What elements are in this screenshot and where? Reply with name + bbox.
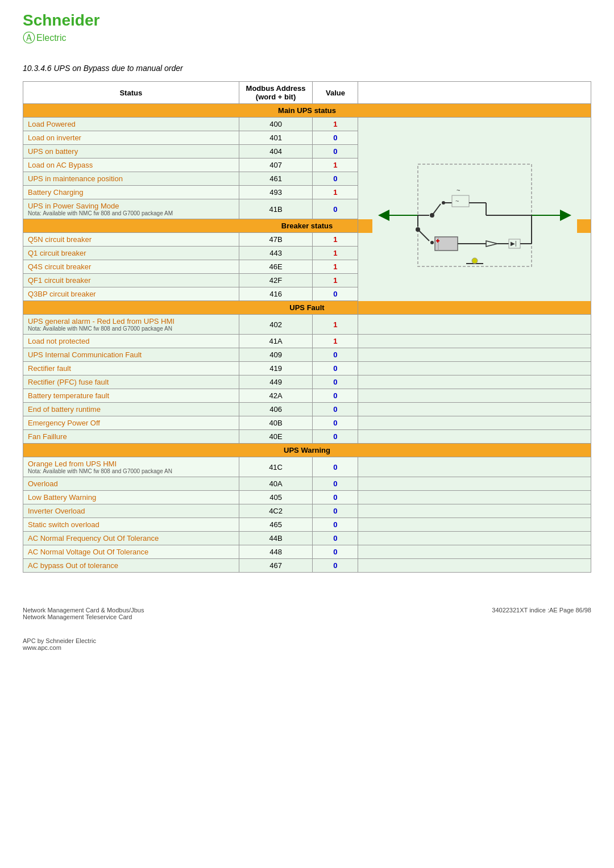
footer-area: 34022321XT indice :AE Page 86/98 Network… xyxy=(23,607,591,620)
cell-status: Rectifier (PFC) fuse fault xyxy=(23,375,239,389)
table-row: UPS general alarm - Red Led from UPS HMI… xyxy=(23,315,591,335)
header-modbus: Modbus Address (word + bit) xyxy=(239,82,313,104)
cell-diagram-empty xyxy=(358,559,591,573)
cell-status: UPS general alarm - Red Led from UPS HMI… xyxy=(23,315,239,335)
cell-modbus: 46E xyxy=(239,260,313,274)
cell-status: Static switch overload xyxy=(23,518,239,532)
table-row: AC Normal Frequency Out Of Tolerance44B0 xyxy=(23,532,591,545)
cell-modbus: 443 xyxy=(239,247,313,260)
cell-modbus: 402 xyxy=(239,315,313,335)
cell-status: Overload xyxy=(23,477,239,491)
cell-value: 0 xyxy=(313,131,358,145)
cell-value: 0 xyxy=(313,518,358,532)
cell-modbus: 409 xyxy=(239,348,313,362)
cell-diagram-empty xyxy=(358,532,591,545)
cell-value: 0 xyxy=(313,403,358,416)
cell-status: Q4S circuit breaker xyxy=(23,260,239,274)
cell-modbus: 47B xyxy=(239,233,313,247)
cell-modbus: 40A xyxy=(239,477,313,491)
table-row: AC Normal Voltage Out Of Tolerance4480 xyxy=(23,545,591,559)
cell-value: 1 xyxy=(313,260,358,274)
cell-modbus: 401 xyxy=(239,131,313,145)
cell-status: UPS on battery xyxy=(23,145,239,158)
cell-modbus: 407 xyxy=(239,158,313,172)
table-row: End of battery runtime4060 xyxy=(23,403,591,416)
cell-value: 0 xyxy=(313,532,358,545)
cell-diagram-empty xyxy=(358,362,591,375)
cell-diagram-empty xyxy=(358,389,591,403)
cell-modbus: 406 xyxy=(239,403,313,416)
cell-modbus: 40E xyxy=(239,430,313,444)
cell-status: Orange Led from UPS HMINota: Available w… xyxy=(23,457,239,477)
cell-status: UPS Internal Communication Fault xyxy=(23,348,239,362)
cell-status: Battery temperature fault xyxy=(23,389,239,403)
cell-value: 1 xyxy=(313,233,358,247)
cell-status: Q5N circuit breaker xyxy=(23,233,239,247)
cell-modbus: 400 xyxy=(239,118,313,131)
cell-value: 0 xyxy=(313,559,358,573)
cell-modbus: 41B xyxy=(239,199,313,219)
svg-text:~: ~ xyxy=(455,198,459,205)
diagram-cell-main: ~ ~ xyxy=(358,118,591,315)
cell-status: Load on inverter xyxy=(23,131,239,145)
footer-bottom-line1: APC by Schneider Electric xyxy=(23,637,591,644)
table-row: Orange Led from UPS HMINota: Available w… xyxy=(23,457,591,477)
cell-modbus: 493 xyxy=(239,186,313,199)
cell-value: 0 xyxy=(313,430,358,444)
cell-modbus: 465 xyxy=(239,518,313,532)
cell-status: Rectifier fault xyxy=(23,362,239,375)
cell-status: Inverter Overload xyxy=(23,504,239,518)
cell-status: UPS in maintenance position xyxy=(23,172,239,186)
cell-modbus: 41C xyxy=(239,457,313,477)
cell-diagram-empty xyxy=(358,348,591,362)
table-row: Rectifier (PFC) fuse fault4490 xyxy=(23,375,591,389)
header-value: Value xyxy=(313,82,358,104)
cell-value: 0 xyxy=(313,172,358,186)
cell-modbus: 41A xyxy=(239,335,313,348)
cell-value: 1 xyxy=(313,118,358,131)
cell-diagram-empty xyxy=(358,477,591,491)
logo-company: Schneider xyxy=(23,11,99,30)
cell-value: 0 xyxy=(313,416,358,430)
table-row: Fan Faillure40E0 xyxy=(23,430,591,444)
cell-diagram-empty xyxy=(358,518,591,532)
logo-wrapper: Schneider Ⓐ Electric xyxy=(23,11,99,47)
svg-point-20 xyxy=(430,241,434,244)
cell-diagram-empty xyxy=(358,545,591,559)
cell-diagram-empty xyxy=(358,335,591,348)
footer-bottom-line2: www.apc.com xyxy=(23,644,591,651)
cell-status: Load Powered xyxy=(23,118,239,131)
cell-status: AC Normal Voltage Out Of Tolerance xyxy=(23,545,239,559)
footer-left-line1: Network Management Card & Modbus/Jbus xyxy=(23,607,144,614)
cell-value: 1 xyxy=(313,247,358,260)
table-row: Rectifier fault4190 xyxy=(23,362,591,375)
cell-modbus: 42A xyxy=(239,389,313,403)
section-title: 10.3.4.6 UPS on Bypass due to manual ord… xyxy=(23,64,591,73)
cell-status: Emergency Power Off xyxy=(23,416,239,430)
cell-diagram-empty xyxy=(358,491,591,504)
ups-diagram-svg: ~ ~ xyxy=(372,153,577,278)
cell-value: 1 xyxy=(313,158,358,172)
cell-value: 1 xyxy=(313,315,358,335)
cell-status: Battery Charging xyxy=(23,186,239,199)
cell-modbus: 4C2 xyxy=(239,504,313,518)
cell-modbus: 449 xyxy=(239,375,313,389)
svg-text:▶|: ▶| xyxy=(511,240,517,247)
cell-diagram-empty xyxy=(358,403,591,416)
svg-point-33 xyxy=(472,258,478,264)
table-row: Load not protected41A1 xyxy=(23,335,591,348)
cell-status: AC Normal Frequency Out Of Tolerance xyxy=(23,532,239,545)
logo-icon: Ⓐ xyxy=(23,30,35,47)
cell-value: 0 xyxy=(313,457,358,477)
cell-value: 0 xyxy=(313,199,358,219)
cell-value: 0 xyxy=(313,348,358,362)
cell-status: AC bypass Out of tolerance xyxy=(23,559,239,573)
cell-status: Fan Faillure xyxy=(23,430,239,444)
cell-modbus: 416 xyxy=(239,287,313,301)
table-row: Emergency Power Off40B0 xyxy=(23,416,591,430)
cell-diagram-empty xyxy=(358,457,591,477)
table-row: Load Powered4001 xyxy=(23,118,591,131)
cell-status: Q3BP circuit breaker xyxy=(23,287,239,301)
main-table: Status Modbus Address (word + bit) Value… xyxy=(23,81,591,573)
logo-area: Schneider Ⓐ Electric xyxy=(23,11,591,47)
